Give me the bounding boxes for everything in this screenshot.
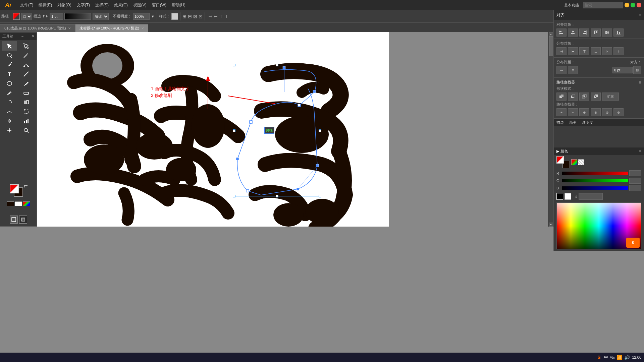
scroll-track[interactable] <box>549 36 553 223</box>
style-box[interactable] <box>171 13 178 20</box>
align-right[interactable] <box>579 28 589 37</box>
unite[interactable] <box>556 93 567 101</box>
merge[interactable]: ⊕ <box>579 108 589 116</box>
tab-untitled[interactable]: 未标题-1* @ 100% (RGB/GPU 预览) ✕ <box>75 24 149 32</box>
opacity-tab[interactable]: 透明度 <box>579 119 596 126</box>
black-swatch[interactable] <box>7 201 14 206</box>
tool-direct-selection[interactable] <box>18 41 34 51</box>
fill-swatch[interactable] <box>10 184 19 193</box>
tool-paintbrush[interactable] <box>18 79 34 88</box>
toolbox-collapse[interactable]: − <box>21 34 23 38</box>
menu-text[interactable]: 文字(T) <box>74 1 93 9</box>
menu-help[interactable]: 帮助(H) <box>169 1 188 9</box>
align-icon-1[interactable]: ⊞ <box>182 14 186 19</box>
dist-bottom[interactable]: ⊧ <box>613 47 624 55</box>
align-center-h[interactable] <box>568 28 578 37</box>
menu-edit[interactable]: 编辑(E) <box>36 1 55 9</box>
maximize-button[interactable] <box>631 3 635 7</box>
dist-right[interactable]: ⊤ <box>579 47 589 55</box>
menu-select[interactable]: 选择(S) <box>93 1 111 9</box>
intersect[interactable] <box>579 93 589 101</box>
align-bottom[interactable] <box>613 28 624 37</box>
opacity-input[interactable] <box>133 13 150 20</box>
stroke-type-select[interactable]: 等比 <box>93 13 109 20</box>
pathfinder-menu[interactable]: ≡ <box>639 80 641 85</box>
close-button[interactable] <box>637 3 641 7</box>
menu-effect[interactable]: 效果(C) <box>111 1 130 9</box>
tool-magic-wand[interactable] <box>18 51 34 60</box>
outline[interactable]: ⊘ <box>602 108 612 116</box>
scroll-up[interactable]: ▲ <box>549 32 553 36</box>
trim[interactable]: ✂ <box>568 108 578 116</box>
dist-left[interactable]: ⊣ <box>556 47 567 55</box>
taskbar-input[interactable]: %₀ <box>610 355 615 360</box>
menu-object[interactable]: 对象(O) <box>55 1 74 9</box>
tool-line[interactable] <box>18 69 34 79</box>
hex-input[interactable]: 000000 <box>579 193 603 200</box>
tool-eraser[interactable] <box>18 88 34 98</box>
opacity-arrow[interactable]: ▼ <box>151 14 155 18</box>
toolbox-close[interactable]: ✕ <box>32 34 35 39</box>
tool-ellipse[interactable] <box>2 79 17 88</box>
tab-618-close[interactable]: ✕ <box>68 26 71 30</box>
align-icon-8[interactable]: ⊥ <box>224 14 228 19</box>
draw-normal[interactable] <box>10 216 18 224</box>
crop[interactable]: ⊗ <box>591 108 601 116</box>
taskbar-lang[interactable]: 中 <box>604 355 608 360</box>
scroll-down[interactable]: ▼ <box>549 223 553 227</box>
align-icon-4[interactable]: ⊡ <box>199 14 203 19</box>
stroke-width-input[interactable] <box>50 13 63 20</box>
scroll-thumb[interactable] <box>549 36 553 56</box>
divide[interactable]: ÷ <box>556 108 567 116</box>
tool-pen[interactable] <box>2 60 17 69</box>
tab-untitled-close[interactable]: ✕ <box>141 26 144 30</box>
align-icon-5[interactable]: ⊣ <box>208 14 212 19</box>
spacing-v[interactable]: ⇕ <box>568 66 578 74</box>
draw-behind[interactable] <box>19 216 27 224</box>
menu-file[interactable]: 文件(F) <box>17 1 36 9</box>
stroke-tab[interactable]: 描边 <box>554 119 567 126</box>
color-mode-gradient[interactable] <box>571 159 577 165</box>
minus-back[interactable]: ⊖ <box>613 108 624 116</box>
dist-top[interactable]: ⊥ <box>591 47 601 55</box>
spacing-h[interactable]: ⇔ <box>556 66 567 74</box>
dist-center-h[interactable]: ⊢ <box>568 47 578 55</box>
r-input[interactable]: 0 <box>629 170 641 176</box>
align-icon-6[interactable]: ⊢ <box>214 14 218 19</box>
exclude[interactable] <box>591 93 601 101</box>
taskbar-sound[interactable]: 🔊 <box>624 355 630 360</box>
align-top[interactable] <box>591 28 601 37</box>
align-center-v[interactable] <box>602 28 612 37</box>
align-left[interactable] <box>556 28 567 37</box>
white-swatch[interactable] <box>15 201 22 206</box>
b-input[interactable]: 0 <box>629 185 641 191</box>
b-slider[interactable] <box>562 186 628 190</box>
tool-curvature[interactable] <box>18 60 34 69</box>
color-mode-none[interactable] <box>578 159 584 165</box>
color-panel-menu[interactable]: ≡ <box>639 149 641 153</box>
color-gradient-picker[interactable]: S <box>556 202 641 249</box>
tool-reflect[interactable] <box>18 98 34 107</box>
spacing-input[interactable] <box>612 67 633 73</box>
spacing-apply[interactable]: ⊡ <box>633 66 641 74</box>
menu-view[interactable]: 视图(V) <box>130 1 149 9</box>
g-input[interactable]: 0 <box>629 178 641 184</box>
tool-free-transform[interactable] <box>18 107 34 116</box>
stroke-shape-select[interactable]: □ <box>21 13 32 20</box>
tool-type[interactable]: T <box>2 69 17 79</box>
tool-graph[interactable] <box>18 116 34 126</box>
menu-window[interactable]: 窗口(W) <box>149 1 169 9</box>
search-input[interactable] <box>583 2 623 8</box>
minus-front[interactable] <box>568 93 578 101</box>
panel-menu-icon[interactable]: ≡ <box>639 13 641 17</box>
canvas[interactable]: 1 画笔工具绘制文字 2 修改笔刷 <box>37 32 389 227</box>
tool-rotate[interactable] <box>2 98 17 107</box>
r-slider[interactable] <box>562 172 628 175</box>
workspace-label[interactable]: 基本功能 <box>564 3 579 8</box>
dist-center-v[interactable]: ⊦ <box>602 47 612 55</box>
align-icon-2[interactable]: ⊟ <box>188 14 192 19</box>
g-slider[interactable] <box>562 179 628 182</box>
tool-zoom[interactable] <box>18 126 34 135</box>
expand-button[interactable]: 扩展 <box>602 93 619 101</box>
minimize-button[interactable] <box>625 3 629 7</box>
